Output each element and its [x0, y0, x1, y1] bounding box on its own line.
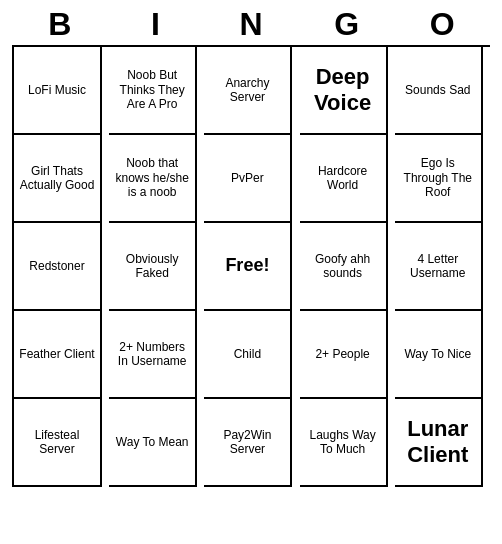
bingo-cell-24: Lunar Client: [395, 399, 483, 487]
header-letter-o: O: [398, 6, 486, 43]
bingo-cell-23: Laughs Way To Much: [300, 399, 388, 487]
bingo-cell-9: Ego Is Through The Roof: [395, 135, 483, 223]
bingo-cell-16: 2+ Numbers In Username: [109, 311, 197, 399]
header-letter-n: N: [207, 6, 295, 43]
bingo-cell-1: Noob But Thinks They Are A Pro: [109, 47, 197, 135]
bingo-cell-15: Feather Client: [14, 311, 102, 399]
bingo-grid: LoFi MusicNoob But Thinks They Are A Pro…: [12, 45, 490, 487]
bingo-cell-20: Lifesteal Server: [14, 399, 102, 487]
bingo-cell-10: Redstoner: [14, 223, 102, 311]
bingo-cell-11: Obviously Faked: [109, 223, 197, 311]
bingo-cell-21: Way To Mean: [109, 399, 197, 487]
bingo-cell-12: Free!: [204, 223, 292, 311]
bingo-card: BINGO LoFi MusicNoob But Thinks They Are…: [6, 0, 496, 493]
bingo-cell-22: Pay2Win Server: [204, 399, 292, 487]
bingo-cell-0: LoFi Music: [14, 47, 102, 135]
bingo-header: BINGO: [12, 6, 490, 43]
bingo-cell-3: Deep Voice: [300, 47, 388, 135]
header-letter-b: B: [16, 6, 104, 43]
bingo-cell-8: Hardcore World: [300, 135, 388, 223]
bingo-cell-18: 2+ People: [300, 311, 388, 399]
header-letter-i: I: [111, 6, 199, 43]
bingo-cell-14: 4 Letter Username: [395, 223, 483, 311]
bingo-cell-6: Noob that knows he/she is a noob: [109, 135, 197, 223]
bingo-cell-5: Girl Thats Actually Good: [14, 135, 102, 223]
header-letter-g: G: [303, 6, 391, 43]
bingo-cell-4: Sounds Sad: [395, 47, 483, 135]
bingo-cell-2: Anarchy Server: [204, 47, 292, 135]
bingo-cell-13: Goofy ahh sounds: [300, 223, 388, 311]
bingo-cell-19: Way To Nice: [395, 311, 483, 399]
bingo-cell-17: Child: [204, 311, 292, 399]
bingo-cell-7: PvPer: [204, 135, 292, 223]
